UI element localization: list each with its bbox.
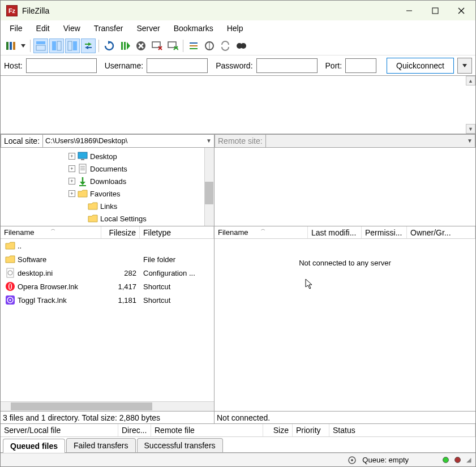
file-name: Toggl Track.lnk — [18, 296, 67, 305]
toggle-remote-tree-icon[interactable] — [65, 38, 80, 53]
log-scroll-down[interactable]: ▼ — [466, 124, 475, 134]
qcol-priority[interactable]: Priority — [293, 424, 329, 436]
tree-expander-icon[interactable]: + — [68, 190, 75, 197]
col-filesize[interactable]: Filesize — [101, 226, 140, 238]
qcol-status[interactable]: Status — [329, 424, 475, 436]
svg-rect-36 — [78, 152, 87, 158]
menubar: File Edit View Transfer Server Bookmarks… — [1, 20, 475, 36]
site-path-row: Local site: C:\Users\91869\Desktop\ ▼ Re… — [1, 134, 475, 148]
qcol-remote[interactable]: Remote file — [151, 424, 263, 436]
tree-item[interactable]: Links — [1, 200, 214, 212]
toggle-local-tree-icon[interactable] — [49, 38, 64, 53]
svg-marker-15 — [85, 46, 88, 49]
remote-panel: Filename︿ Last modifi... Permissi... Own… — [215, 148, 475, 423]
col-remote-permissions[interactable]: Permissi... — [362, 226, 407, 238]
file-row[interactable]: .. — [1, 239, 214, 252]
quickconnect-history-dropdown[interactable] — [457, 58, 472, 74]
local-status: 3 files and 1 directory. Total size: 2,8… — [1, 411, 214, 423]
svg-marker-19 — [127, 42, 130, 50]
quickconnect-button[interactable]: Quickconnect — [387, 58, 454, 74]
qcol-size[interactable]: Size — [263, 424, 293, 436]
site-manager-dropdown-icon[interactable] — [19, 38, 27, 53]
refresh-icon[interactable] — [102, 38, 117, 53]
username-input[interactable] — [147, 58, 208, 73]
qcol-server[interactable]: Server/Local file — [1, 424, 118, 436]
tab-successful-transfers[interactable]: Successful transfers — [137, 438, 223, 452]
file-row[interactable]: SoftwareFile folder — [1, 252, 214, 266]
remote-list-header: Filename︿ Last modifi... Permissi... Own… — [215, 226, 475, 239]
menu-file[interactable]: File — [3, 22, 29, 35]
tree-item[interactable]: +Documents — [1, 162, 214, 175]
directory-compare-icon[interactable] — [202, 38, 217, 53]
reconnect-icon[interactable] — [165, 38, 180, 53]
resize-grip-icon[interactable]: ◢ — [466, 456, 471, 464]
host-input[interactable] — [26, 58, 97, 73]
main-area: +Desktop+Documents+Downloads+FavoritesLi… — [1, 148, 475, 423]
file-type: Shortcut — [140, 296, 214, 305]
mouse-cursor-icon — [305, 279, 314, 290]
filter-icon[interactable] — [186, 38, 201, 53]
remote-site-combo: ▼ — [266, 134, 475, 148]
file-row[interactable]: Opera Browser.lnk1,417Shortcut — [1, 280, 214, 293]
tree-item[interactable]: +Downloads — [1, 175, 214, 187]
col-filetype[interactable]: Filetype — [140, 226, 214, 238]
close-button[interactable] — [448, 2, 474, 19]
password-label: Password: — [216, 61, 252, 70]
col-remote-owner[interactable]: Owner/Gr... — [407, 226, 475, 238]
svg-rect-34 — [238, 44, 245, 46]
menu-view[interactable]: View — [57, 22, 87, 35]
tree-expander-icon[interactable]: + — [68, 153, 75, 160]
tree-expander-icon[interactable]: + — [68, 178, 75, 185]
log-scroll-up[interactable]: ▲ — [466, 76, 475, 85]
maximize-button[interactable] — [422, 2, 448, 19]
ini-icon — [5, 268, 15, 278]
toggle-log-icon[interactable] — [33, 38, 48, 53]
toggle-queue-icon[interactable] — [81, 38, 96, 53]
tree-expander-icon[interactable]: + — [68, 165, 75, 172]
col-remote-filename[interactable]: Filename︿ — [215, 226, 308, 238]
menu-server[interactable]: Server — [130, 22, 166, 35]
cancel-icon[interactable] — [134, 38, 148, 53]
folder-icon — [5, 241, 15, 251]
minimize-button[interactable] — [396, 2, 422, 19]
tab-queued-files[interactable]: Queued files — [3, 439, 65, 453]
col-filename[interactable]: Filename︿ — [1, 226, 101, 238]
remote-site-label: Remote site: — [215, 134, 266, 148]
tab-failed-transfers[interactable]: Failed transfers — [66, 438, 135, 452]
menu-bookmarks[interactable]: Bookmarks — [167, 22, 220, 35]
port-input[interactable] — [345, 58, 376, 73]
svg-marker-7 — [21, 44, 25, 48]
file-size: 1,417 — [101, 282, 140, 291]
disconnect-icon[interactable] — [149, 38, 164, 53]
sync-browse-icon[interactable] — [218, 38, 233, 53]
local-file-list[interactable]: ..SoftwareFile folderdesktop.ini282Confi… — [1, 239, 214, 411]
window-title: FileZilla — [22, 6, 396, 15]
tree-item[interactable]: Local Settings — [1, 212, 214, 225]
tree-item[interactable]: +Favorites — [1, 187, 214, 200]
password-input[interactable] — [256, 58, 318, 73]
file-row[interactable]: Toggl Track.lnk1,181Shortcut — [1, 293, 214, 307]
process-queue-icon[interactable] — [118, 38, 132, 53]
local-tree[interactable]: +Desktop+Documents+Downloads+FavoritesLi… — [1, 148, 214, 226]
search-icon[interactable] — [234, 38, 248, 53]
local-site-combo[interactable]: C:\Users\91869\Desktop\ ▼ — [43, 134, 215, 148]
col-remote-modified[interactable]: Last modifi... — [308, 226, 362, 238]
folder-icon — [78, 188, 88, 199]
menu-help[interactable]: Help — [220, 22, 250, 35]
app-icon: Fz — [6, 5, 18, 16]
site-manager-icon[interactable] — [3, 38, 18, 53]
file-row[interactable]: desktop.ini282Configuration ... — [1, 266, 214, 280]
message-log[interactable]: ▲ ▼ — [1, 76, 475, 134]
menu-transfer[interactable]: Transfer — [87, 22, 130, 35]
local-tree-scrollbar[interactable] — [204, 148, 214, 226]
menu-edit[interactable]: Edit — [29, 22, 57, 35]
qcol-direction[interactable]: Direc... — [118, 424, 151, 436]
svg-rect-11 — [57, 41, 61, 50]
chevron-down-icon: ▼ — [206, 138, 212, 144]
local-list-header: Filename︿ Filesize Filetype — [1, 226, 214, 239]
queue-status-text: Queue: empty — [362, 456, 409, 464]
doc-icon — [78, 164, 88, 174]
local-list-hscrollbar[interactable] — [1, 401, 214, 411]
tree-item[interactable]: +Desktop — [1, 150, 214, 162]
svg-rect-37 — [81, 159, 84, 160]
